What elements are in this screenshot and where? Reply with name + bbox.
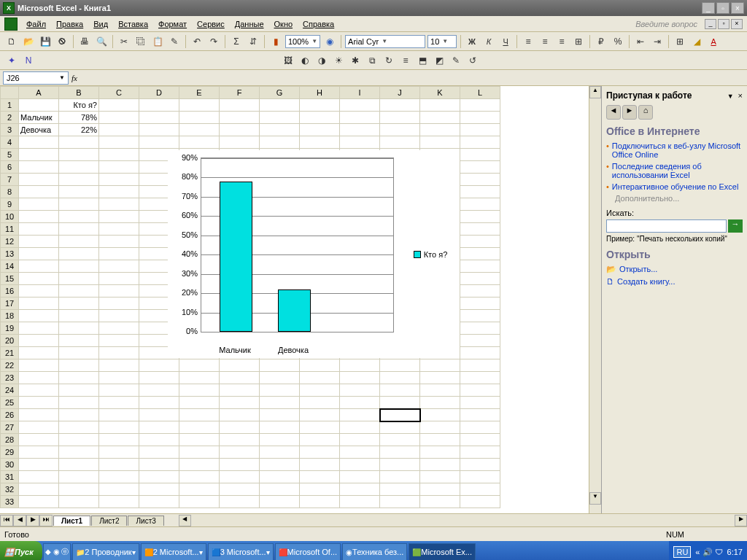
contrast2-icon[interactable]: ◑	[314, 53, 329, 68]
tb-item-6[interactable]: 🟩 Microsoft Ex...	[409, 543, 476, 560]
cell-L25[interactable]	[460, 397, 500, 409]
format-painter-icon[interactable]: ✎	[167, 34, 182, 49]
sheet-tab-1[interactable]: Лист1	[53, 516, 90, 526]
cell-G25[interactable]	[260, 397, 300, 409]
cell-J32[interactable]	[380, 483, 420, 496]
row-header[interactable]: 14	[1, 260, 19, 273]
cell-K22[interactable]	[420, 359, 460, 372]
cell-L7[interactable]	[460, 174, 500, 186]
cell-D24[interactable]	[139, 384, 179, 397]
cell-L28[interactable]	[460, 434, 500, 446]
cell-C1[interactable]	[99, 99, 139, 112]
row-header[interactable]: 16	[1, 285, 19, 298]
tp-more[interactable]: Дополнительно...	[615, 194, 743, 203]
row-header[interactable]: 20	[1, 335, 19, 347]
cell-L4[interactable]	[460, 136, 500, 149]
cell-E24[interactable]	[179, 384, 220, 397]
cell-E30[interactable]	[179, 459, 220, 471]
param2-icon[interactable]: N	[21, 53, 36, 68]
cell-L29[interactable]	[460, 446, 500, 459]
cell-J22[interactable]	[380, 359, 420, 372]
row-header[interactable]: 11	[1, 223, 19, 236]
cell-H29[interactable]	[300, 446, 340, 459]
doc-minimize[interactable]: _	[705, 19, 716, 29]
font-combo[interactable]: Arial Cyr▼	[345, 35, 425, 48]
cell-F24[interactable]	[220, 384, 260, 397]
cell-B33[interactable]	[59, 496, 99, 508]
cell-J27[interactable]	[380, 421, 420, 434]
cell-E3[interactable]	[179, 124, 220, 136]
row-header[interactable]: 10	[1, 211, 19, 223]
row-header[interactable]: 12	[1, 236, 19, 248]
cell-L11[interactable]	[460, 223, 500, 236]
cell-B27[interactable]	[59, 421, 99, 434]
cell-B22[interactable]	[59, 359, 99, 372]
percent-icon[interactable]: %	[611, 34, 625, 49]
cell-B12[interactable]	[59, 236, 99, 248]
row-header[interactable]: 13	[1, 248, 19, 260]
cell-H31[interactable]	[300, 471, 340, 483]
horizontal-scrollbar[interactable]: ◀▶	[179, 515, 747, 526]
reset-icon[interactable]: ↺	[465, 53, 480, 68]
cell-B16[interactable]	[59, 285, 99, 298]
tab-first-icon[interactable]: ⏮	[0, 515, 13, 526]
cell-K33[interactable]	[420, 496, 460, 508]
cell-D33[interactable]	[139, 496, 179, 508]
tab-prev-icon[interactable]: ◀	[13, 515, 26, 526]
cell-L31[interactable]	[460, 471, 500, 483]
cell-F29[interactable]	[220, 446, 260, 459]
cell-D22[interactable]	[139, 359, 179, 372]
cell-F28[interactable]	[220, 434, 260, 446]
cell-L22[interactable]	[460, 359, 500, 372]
menu-view[interactable]: Вид	[89, 18, 112, 30]
cell-J24[interactable]	[380, 384, 420, 397]
cut-icon[interactable]: ✂	[117, 34, 131, 49]
cell-C13[interactable]	[99, 248, 139, 260]
cell-D1[interactable]	[139, 99, 179, 112]
cell-D4[interactable]	[139, 136, 179, 149]
cell-D25[interactable]	[139, 397, 179, 409]
cell-G1[interactable]	[260, 99, 300, 112]
cell-H30[interactable]	[300, 459, 340, 471]
cell-C12[interactable]	[99, 236, 139, 248]
system-tray[interactable]: RU « 🔊 🛡 6:17	[669, 541, 747, 560]
cell-A10[interactable]	[19, 211, 59, 223]
cell-L8[interactable]	[460, 186, 500, 198]
cell-J29[interactable]	[380, 446, 420, 459]
cell-L19[interactable]	[460, 322, 500, 335]
cell-F32[interactable]	[220, 483, 260, 496]
cell-G32[interactable]	[260, 483, 300, 496]
cell-K2[interactable]	[420, 112, 460, 124]
cell-H22[interactable]	[300, 359, 340, 372]
cell-I3[interactable]	[340, 124, 380, 136]
cell-B31[interactable]	[59, 471, 99, 483]
cell-A21[interactable]	[19, 347, 59, 359]
open-icon[interactable]: 📂	[21, 34, 36, 49]
cell-L20[interactable]	[460, 335, 500, 347]
cell-B2[interactable]: 78%	[59, 112, 99, 124]
cell-G27[interactable]	[260, 421, 300, 434]
cell-A4[interactable]	[19, 136, 59, 149]
row-header[interactable]: 1	[1, 99, 19, 112]
cell-F22[interactable]	[220, 359, 260, 372]
row-header[interactable]: 25	[1, 397, 19, 409]
cell-H4[interactable]	[300, 136, 340, 149]
cell-I26[interactable]	[340, 409, 380, 421]
cell-A24[interactable]	[19, 384, 59, 397]
cell-K25[interactable]	[420, 397, 460, 409]
align-center-icon[interactable]: ≡	[538, 34, 552, 49]
cell-G23[interactable]	[260, 372, 300, 384]
cell-E32[interactable]	[179, 483, 220, 496]
cell-J2[interactable]	[380, 112, 420, 124]
cell-I31[interactable]	[340, 471, 380, 483]
col-header[interactable]: C	[99, 87, 139, 99]
cell-L27[interactable]	[460, 421, 500, 434]
cell-C21[interactable]	[99, 347, 139, 359]
cell-B24[interactable]	[59, 384, 99, 397]
sheet-tab-3[interactable]: Лист3	[128, 516, 163, 526]
cell-K24[interactable]	[420, 384, 460, 397]
cell-A11[interactable]	[19, 223, 59, 236]
cell-I32[interactable]	[340, 483, 380, 496]
cell-K26[interactable]	[420, 409, 460, 421]
cell-F25[interactable]	[220, 397, 260, 409]
